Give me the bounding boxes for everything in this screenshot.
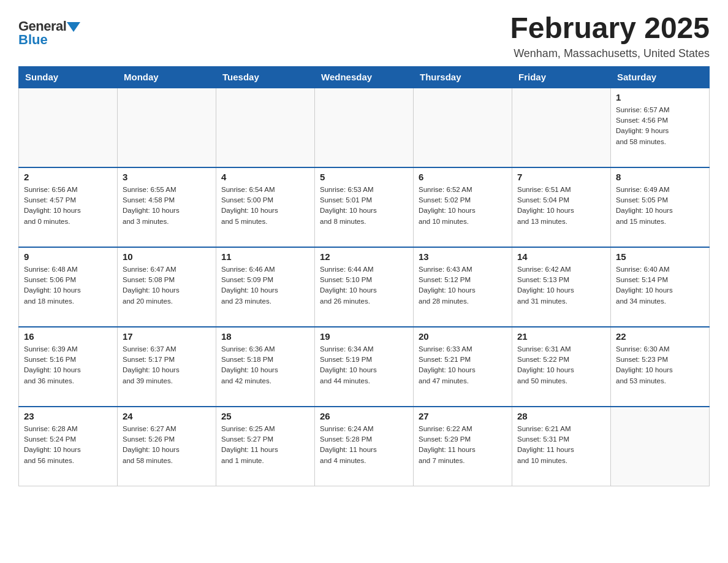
day-info: Sunrise: 6:56 AM Sunset: 4:57 PM Dayligh…	[24, 185, 112, 227]
day-info: Sunrise: 6:46 AM Sunset: 5:09 PM Dayligh…	[221, 264, 309, 307]
day-number: 15	[616, 251, 704, 262]
table-row: 28Sunrise: 6:21 AM Sunset: 5:31 PM Dayli…	[512, 407, 611, 486]
table-row	[216, 88, 315, 167]
svg-marker-0	[67, 22, 80, 32]
table-row	[19, 88, 118, 167]
logo-blue-text: Blue	[18, 32, 48, 48]
day-number: 7	[517, 172, 605, 182]
table-row	[414, 88, 512, 167]
day-info: Sunrise: 6:34 AM Sunset: 5:19 PM Dayligh…	[320, 344, 408, 386]
table-row	[118, 88, 216, 167]
day-info: Sunrise: 6:33 AM Sunset: 5:21 PM Dayligh…	[419, 344, 507, 386]
table-row: 3Sunrise: 6:55 AM Sunset: 4:58 PM Daylig…	[118, 167, 216, 247]
calendar-week-row: 1Sunrise: 6:57 AM Sunset: 4:56 PM Daylig…	[19, 88, 710, 167]
table-row: 26Sunrise: 6:24 AM Sunset: 5:28 PM Dayli…	[315, 407, 414, 486]
table-row: 8Sunrise: 6:49 AM Sunset: 5:05 PM Daylig…	[611, 167, 710, 247]
table-row: 5Sunrise: 6:53 AM Sunset: 5:01 PM Daylig…	[315, 167, 414, 247]
page-header: General Blue February 2025 Wenham, Massa…	[18, 12, 710, 60]
table-row: 14Sunrise: 6:42 AM Sunset: 5:13 PM Dayli…	[512, 247, 611, 327]
day-number: 5	[320, 172, 408, 182]
table-row: 12Sunrise: 6:44 AM Sunset: 5:10 PM Dayli…	[315, 247, 414, 327]
col-sunday: Sunday	[19, 66, 118, 88]
day-number: 17	[123, 331, 211, 342]
table-row: 9Sunrise: 6:48 AM Sunset: 5:06 PM Daylig…	[19, 247, 118, 327]
calendar-header-row: Sunday Monday Tuesday Wednesday Thursday…	[19, 66, 710, 88]
table-row: 18Sunrise: 6:36 AM Sunset: 5:18 PM Dayli…	[216, 327, 315, 407]
day-info: Sunrise: 6:54 AM Sunset: 5:00 PM Dayligh…	[221, 185, 309, 227]
day-info: Sunrise: 6:27 AM Sunset: 5:26 PM Dayligh…	[123, 424, 211, 466]
day-number: 26	[320, 411, 408, 421]
day-number: 21	[517, 331, 605, 342]
day-number: 22	[616, 331, 704, 342]
day-number: 1	[616, 92, 704, 102]
table-row: 19Sunrise: 6:34 AM Sunset: 5:19 PM Dayli…	[315, 327, 414, 407]
day-info: Sunrise: 6:36 AM Sunset: 5:18 PM Dayligh…	[221, 344, 309, 386]
table-row: 10Sunrise: 6:47 AM Sunset: 5:08 PM Dayli…	[118, 247, 216, 327]
day-number: 6	[419, 172, 507, 182]
table-row: 23Sunrise: 6:28 AM Sunset: 5:24 PM Dayli…	[19, 407, 118, 486]
day-info: Sunrise: 6:31 AM Sunset: 5:22 PM Dayligh…	[517, 344, 605, 386]
table-row: 1Sunrise: 6:57 AM Sunset: 4:56 PM Daylig…	[611, 88, 710, 167]
table-row: 24Sunrise: 6:27 AM Sunset: 5:26 PM Dayli…	[118, 407, 216, 486]
table-row: 21Sunrise: 6:31 AM Sunset: 5:22 PM Dayli…	[512, 327, 611, 407]
day-number: 19	[320, 331, 408, 342]
day-info: Sunrise: 6:43 AM Sunset: 5:12 PM Dayligh…	[419, 264, 507, 307]
logo: General Blue	[18, 18, 80, 48]
day-info: Sunrise: 6:57 AM Sunset: 4:56 PM Dayligh…	[616, 105, 704, 147]
day-info: Sunrise: 6:55 AM Sunset: 4:58 PM Dayligh…	[123, 185, 211, 227]
col-monday: Monday	[118, 66, 216, 88]
day-number: 23	[24, 411, 112, 421]
day-info: Sunrise: 6:25 AM Sunset: 5:27 PM Dayligh…	[221, 424, 309, 466]
day-number: 20	[419, 331, 507, 342]
table-row: 6Sunrise: 6:52 AM Sunset: 5:02 PM Daylig…	[414, 167, 512, 247]
logo-arrow-icon	[67, 22, 80, 32]
day-number: 18	[221, 331, 309, 342]
day-info: Sunrise: 6:40 AM Sunset: 5:14 PM Dayligh…	[616, 264, 704, 307]
day-info: Sunrise: 6:49 AM Sunset: 5:05 PM Dayligh…	[616, 185, 704, 227]
table-row: 17Sunrise: 6:37 AM Sunset: 5:17 PM Dayli…	[118, 327, 216, 407]
location-subtitle: Wenham, Massachusetts, United States	[510, 47, 710, 60]
table-row: 15Sunrise: 6:40 AM Sunset: 5:14 PM Dayli…	[611, 247, 710, 327]
day-number: 9	[24, 251, 112, 262]
day-info: Sunrise: 6:37 AM Sunset: 5:17 PM Dayligh…	[123, 344, 211, 386]
table-row: 20Sunrise: 6:33 AM Sunset: 5:21 PM Dayli…	[414, 327, 512, 407]
day-number: 14	[517, 251, 605, 262]
table-row	[512, 88, 611, 167]
day-info: Sunrise: 6:28 AM Sunset: 5:24 PM Dayligh…	[24, 424, 112, 466]
day-info: Sunrise: 6:53 AM Sunset: 5:01 PM Dayligh…	[320, 185, 408, 227]
table-row: 27Sunrise: 6:22 AM Sunset: 5:29 PM Dayli…	[414, 407, 512, 486]
month-title: February 2025	[510, 12, 710, 45]
day-info: Sunrise: 6:51 AM Sunset: 5:04 PM Dayligh…	[517, 185, 605, 227]
day-number: 12	[320, 251, 408, 262]
col-thursday: Thursday	[414, 66, 512, 88]
col-saturday: Saturday	[611, 66, 710, 88]
table-row: 13Sunrise: 6:43 AM Sunset: 5:12 PM Dayli…	[414, 247, 512, 327]
table-row: 7Sunrise: 6:51 AM Sunset: 5:04 PM Daylig…	[512, 167, 611, 247]
table-row: 4Sunrise: 6:54 AM Sunset: 5:00 PM Daylig…	[216, 167, 315, 247]
table-row	[315, 88, 414, 167]
day-number: 4	[221, 172, 309, 182]
day-info: Sunrise: 6:30 AM Sunset: 5:23 PM Dayligh…	[616, 344, 704, 386]
day-number: 11	[221, 251, 309, 262]
day-info: Sunrise: 6:22 AM Sunset: 5:29 PM Dayligh…	[419, 424, 507, 466]
day-info: Sunrise: 6:48 AM Sunset: 5:06 PM Dayligh…	[24, 264, 112, 307]
day-number: 16	[24, 331, 112, 342]
table-row: 22Sunrise: 6:30 AM Sunset: 5:23 PM Dayli…	[611, 327, 710, 407]
day-info: Sunrise: 6:21 AM Sunset: 5:31 PM Dayligh…	[517, 424, 605, 466]
col-tuesday: Tuesday	[216, 66, 315, 88]
table-row: 11Sunrise: 6:46 AM Sunset: 5:09 PM Dayli…	[216, 247, 315, 327]
day-number: 8	[616, 172, 704, 182]
table-row	[611, 407, 710, 486]
calendar-week-row: 2Sunrise: 6:56 AM Sunset: 4:57 PM Daylig…	[19, 167, 710, 247]
table-row: 25Sunrise: 6:25 AM Sunset: 5:27 PM Dayli…	[216, 407, 315, 486]
day-info: Sunrise: 6:52 AM Sunset: 5:02 PM Dayligh…	[419, 185, 507, 227]
day-number: 2	[24, 172, 112, 182]
table-row: 16Sunrise: 6:39 AM Sunset: 5:16 PM Dayli…	[19, 327, 118, 407]
day-number: 28	[517, 411, 605, 421]
day-number: 13	[419, 251, 507, 262]
day-number: 25	[221, 411, 309, 421]
title-block: February 2025 Wenham, Massachusetts, Uni…	[510, 12, 710, 60]
col-wednesday: Wednesday	[315, 66, 414, 88]
day-number: 3	[123, 172, 211, 182]
calendar-week-row: 23Sunrise: 6:28 AM Sunset: 5:24 PM Dayli…	[19, 407, 710, 486]
